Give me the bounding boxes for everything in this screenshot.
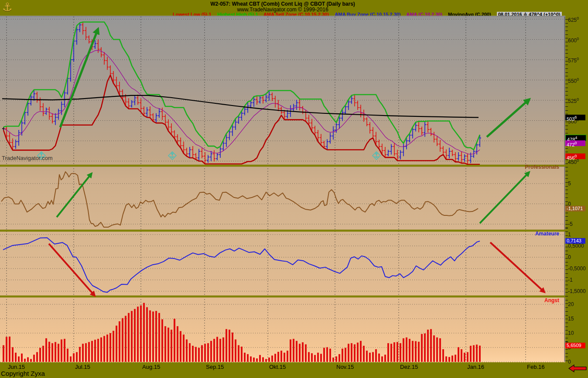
axis-tick-label: -5 [568, 221, 573, 227]
panel-label-professionals: Professionals [525, 164, 559, 170]
axis-tick-label: 15 [568, 316, 574, 322]
axis-tick-label: 5250 [568, 97, 579, 104]
month-label: Jul.15 [75, 364, 90, 370]
value-badge: 4720 [565, 140, 585, 146]
month-label: Jan.16 [467, 364, 484, 370]
copyright-text: Copyright Zyxa [1, 370, 45, 377]
value-badge: 0,7143 [565, 238, 585, 244]
value-badge: 5036 [565, 115, 585, 120]
axis-tick-label: 20 [568, 301, 574, 307]
panel-label-angst: Angst [544, 297, 559, 303]
month-label: Aug.15 [142, 364, 160, 370]
month-label: Jun.15 [8, 364, 25, 370]
axis-tick-label: 5750 [568, 57, 579, 64]
value-badge: 4560 [565, 153, 585, 159]
axis-tick-label: 5500 [568, 77, 579, 84]
axis-tick-label: 0 [568, 359, 571, 365]
axis-tick-label: 0 [568, 254, 571, 260]
price-axis-tick-strip [565, 19, 568, 362]
watermark-text: TradeNavigator.com [2, 155, 53, 161]
month-label: Feb.16 [527, 364, 544, 370]
scroll-left-arrow-icon[interactable] [568, 364, 587, 374]
axis-tick-label: 6250 [568, 16, 579, 23]
axis-tick-label: 10 [568, 330, 574, 336]
trade-navigator-window: ⚓ W2-057: Wheat CBT (Comb) Cont Liq @ CB… [0, 0, 588, 378]
panel-label-amateure: Amateure [535, 231, 559, 237]
axis-tick-label: -0,5000 [568, 266, 586, 272]
axis-tick-label: -1,5000 [568, 288, 586, 294]
month-label: Sep.15 [206, 364, 224, 370]
value-badge: 5,6509 [565, 343, 585, 348]
value-badge: -1,1071 [565, 206, 585, 211]
month-label: Okt.15 [269, 364, 286, 370]
axis-tick-label: 1 [568, 232, 571, 238]
month-label: Dez.15 [400, 364, 418, 370]
axis-tick-label: -1 [568, 277, 573, 283]
month-label: Nov.15 [336, 364, 354, 370]
chart-plot-area[interactable] [0, 16, 565, 364]
chart-title: W2-057: Wheat CBT (Comb) Cont Liq @ CBOT… [0, 1, 565, 7]
axis-tick-label: 6000 [568, 37, 579, 44]
axis-tick-label: 5 [568, 180, 571, 187]
